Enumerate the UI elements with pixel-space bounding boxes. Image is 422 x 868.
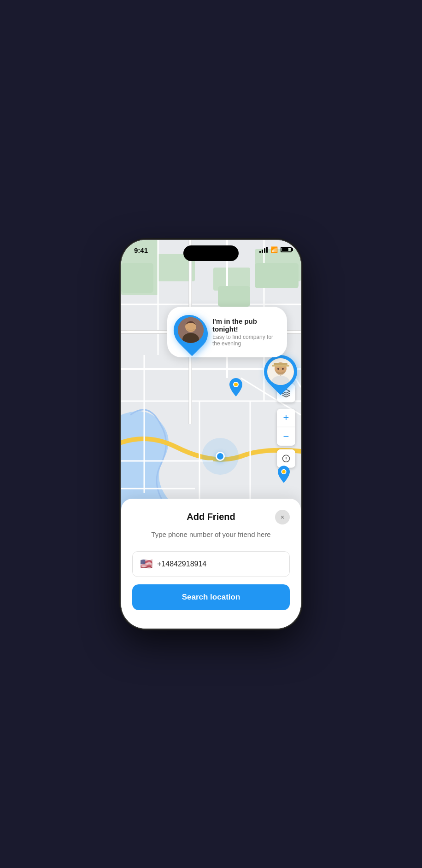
svg-rect-42 [272, 365, 289, 367]
close-button[interactable]: × [275, 510, 290, 524]
status-time: 9:41 [134, 246, 148, 254]
popup-text: I'm in the pub tonight! Easy to find com… [212, 317, 278, 347]
signal-icon [259, 247, 268, 253]
map-pin-1[interactable] [229, 378, 242, 396]
flag-icon: 🇺🇸 [140, 558, 152, 570]
map-pin-2[interactable] [278, 466, 290, 483]
zoom-controls: + − [277, 408, 295, 445]
popup-subtitle: Easy to find company for the evening [212, 334, 278, 347]
phone-screen: 9:41 📶 [121, 240, 301, 629]
svg-point-43 [277, 368, 279, 370]
sheet-title: Add Friend [187, 512, 235, 522]
svg-rect-30 [255, 263, 299, 288]
svg-point-48 [286, 460, 287, 460]
svg-rect-29 [218, 286, 250, 307]
user-location [202, 438, 239, 475]
search-location-button[interactable]: Search location [132, 584, 290, 610]
info-button[interactable] [277, 449, 295, 467]
zoom-in-button[interactable]: + [277, 408, 295, 427]
svg-point-46 [282, 470, 285, 473]
dynamic-island [183, 245, 239, 261]
phone-input-container: 🇺🇸 [132, 551, 290, 577]
svg-point-37 [234, 383, 238, 386]
svg-rect-31 [121, 263, 153, 293]
svg-point-44 [282, 368, 284, 370]
bottom-sheet: Add Friend × Type phone number of your f… [121, 499, 301, 629]
battery-icon [281, 247, 292, 252]
phone-frame: 9:41 📶 [121, 240, 301, 629]
sheet-subtitle: Type phone number of your friend here [132, 530, 290, 540]
map-controls: + − [277, 384, 295, 467]
sheet-header: Add Friend × [132, 512, 290, 522]
location-popup: I'm in the pub tonight! Easy to find com… [167, 307, 287, 357]
popup-title: I'm in the pub tonight! [212, 317, 278, 333]
phone-input[interactable] [157, 560, 282, 568]
map-pin-person2[interactable] [264, 355, 297, 393]
zoom-out-button[interactable]: − [277, 427, 295, 445]
wifi-icon: 📶 [270, 246, 278, 253]
status-icons: 📶 [259, 246, 292, 253]
